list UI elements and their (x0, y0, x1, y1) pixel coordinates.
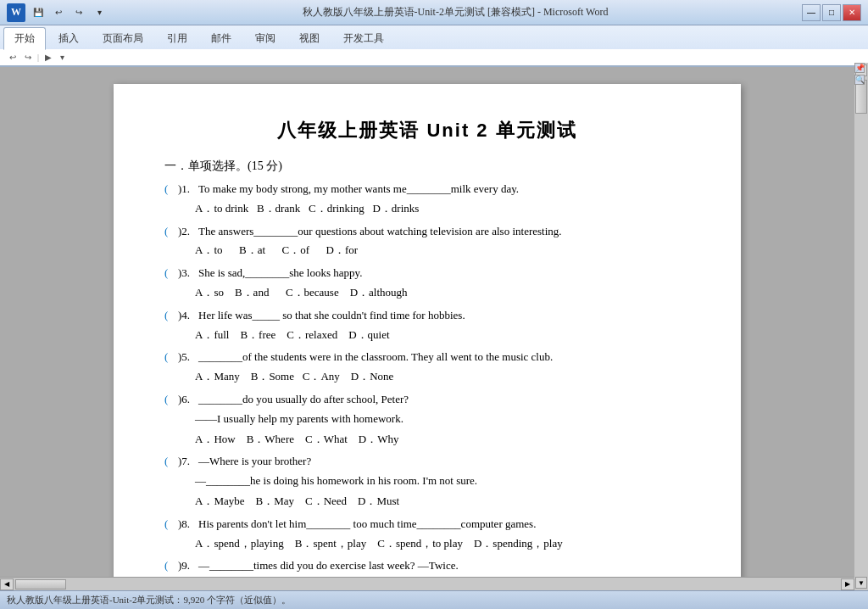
q9-paren: ( (164, 557, 176, 575)
q5-num: )5. (178, 349, 198, 366)
q8-options: A．spend，playing B．spent，play C．spend，to … (164, 535, 690, 553)
q8-paren: ( (164, 516, 176, 534)
q1-text: To make my body strong, my mother wants … (198, 181, 690, 198)
ribbon: 开始 插入 页面布局 引用 邮件 审阅 视图 开发工具 ↩ ↪ | ▶ ▾ (0, 25, 868, 67)
toolbar-btn-2[interactable]: ↪ (22, 52, 34, 63)
question-3: ( )3. She is sad,________she looks happy… (164, 265, 690, 302)
side-icons: 📌 🔍 (854, 63, 868, 87)
vertical-scrollbar[interactable]: ▲ ▼ (854, 63, 868, 590)
titlebar: W 💾 ↩ ↪ ▾ 秋人教版八年级上册英语-Unit-2单元测试 [兼容模式] … (0, 0, 868, 25)
save-button[interactable]: 💾 (29, 5, 47, 20)
question-1: ( )1. To make my body strong, my mother … (164, 181, 690, 218)
question-4: ( )4. Her life was_____ so that she coul… (164, 307, 690, 344)
q6-num: )6. (178, 391, 198, 409)
q3-num: )3. (178, 265, 198, 282)
q9-line: ( )9. —________times did you do exercise… (164, 557, 690, 575)
q7-line: ( )7. —Where is your brother? (164, 453, 690, 471)
q7-num: )7. (178, 453, 198, 471)
toolbar-btn-3[interactable]: ▶ (42, 52, 54, 63)
status-bar: 秋人教版八年级上册英语-Unit-2单元测试：9,920 个字符（近似值）。 (0, 590, 868, 609)
q8-line: ( )8. His parents don't let him________ … (164, 516, 690, 534)
tab-references[interactable]: 引用 (156, 27, 198, 49)
q3-options: A．so B．and C．because D．although (164, 284, 690, 302)
q2-paren: ( (164, 223, 176, 241)
q6-sub: ——I usually help my parents with homewor… (164, 411, 690, 428)
ribbon-toolbar: ↩ ↪ | ▶ ▾ (0, 49, 868, 66)
q9-num: )9. (178, 557, 198, 575)
scroll-h-thumb[interactable] (15, 579, 66, 589)
q4-options: A．full B．free C．relaxed D．quiet (164, 327, 690, 344)
document-title: 八年级上册英语 Unit 2 单元测试 (164, 118, 690, 143)
scroll-down-arrow[interactable]: ▼ (855, 577, 867, 589)
scroll-left-arrow[interactable]: ◀ (0, 578, 14, 590)
q2-options: A．to B．at C．of D．for (164, 242, 690, 260)
q4-num: )4. (178, 307, 198, 325)
tab-developer[interactable]: 开发工具 (332, 27, 395, 49)
q3-text: She is sad,________she looks happy. (198, 265, 690, 282)
toolbar-btn-1[interactable]: ↩ (7, 52, 19, 63)
q1-line: ( )1. To make my body strong, my mother … (164, 181, 690, 198)
q2-text: The answers________our questions about w… (198, 223, 690, 241)
tab-mailings[interactable]: 邮件 (200, 27, 242, 49)
tab-view[interactable]: 视图 (288, 27, 331, 49)
question-2: ( )2. The answers________our questions a… (164, 223, 690, 260)
document-page: 八年级上册英语 Unit 2 单元测试 一．单项选择。(15 分) ( )1. … (114, 84, 741, 578)
q7-text: —Where is your brother? (198, 453, 690, 471)
q2-num: )2. (178, 223, 198, 241)
question-8: ( )8. His parents don't let him________ … (164, 516, 690, 553)
customize-button[interactable]: ▾ (90, 5, 108, 20)
q5-paren: ( (164, 349, 176, 366)
word-logo: W (7, 3, 25, 22)
redo-button[interactable]: ↪ (70, 5, 88, 20)
main-area: 八年级上册英语 Unit 2 单元测试 一．单项选择。(15 分) ( )1. … (0, 67, 868, 578)
question-5: ( )5. ________of the students were in th… (164, 349, 690, 386)
undo-button[interactable]: ↩ (49, 5, 68, 20)
question-6: ( )6. ________do you usually do after sc… (164, 391, 690, 448)
side-icon-2[interactable]: 🔍 (854, 75, 865, 85)
tab-insert[interactable]: 插入 (47, 27, 90, 49)
status-text: 秋人教版八年级上册英语-Unit-2单元测试：9,920 个字符（近似值）。 (7, 594, 291, 606)
q5-options: A．Many B．Some C．Any D．None (164, 368, 690, 386)
tab-review[interactable]: 审阅 (244, 27, 287, 49)
window-controls: — □ ✕ (802, 4, 861, 21)
titlebar-left: W 💾 ↩ ↪ ▾ (7, 3, 108, 22)
q6-options: A．How B．Where C．What D．Why (164, 431, 690, 449)
q5-text: ________of the students were in the clas… (198, 349, 690, 366)
q2-line: ( )2. The answers________our questions a… (164, 223, 690, 241)
maximize-button[interactable]: □ (822, 4, 841, 21)
minimize-button[interactable]: — (802, 4, 821, 21)
q6-paren: ( (164, 391, 176, 409)
q6-line: ( )6. ________do you usually do after sc… (164, 391, 690, 409)
question-9: ( )9. —________times did you do exercise… (164, 557, 690, 578)
q4-paren: ( (164, 307, 176, 325)
document-container: 八年级上册英语 Unit 2 单元测试 一．单项选择。(15 分) ( )1. … (0, 67, 854, 578)
window-title: 秋人教版八年级上册英语-Unit-2单元测试 [兼容模式] - Microsof… (108, 5, 802, 20)
q3-paren: ( (164, 265, 176, 282)
scroll-track (855, 78, 867, 575)
quick-access-toolbar: 💾 ↩ ↪ ▾ (29, 5, 108, 20)
q8-num: )8. (178, 516, 198, 534)
q4-text: Her life was_____ so that she couldn't f… (198, 307, 690, 325)
close-button[interactable]: ✕ (843, 4, 861, 21)
tab-home[interactable]: 开始 (3, 27, 46, 50)
side-icon-1[interactable]: 📌 (854, 63, 865, 73)
question-7: ( )7. —Where is your brother? —________h… (164, 453, 690, 510)
q4-line: ( )4. Her life was_____ so that she coul… (164, 307, 690, 325)
q9-text: —________times did you do exercise last … (198, 557, 690, 575)
toolbar-btn-4[interactable]: ▾ (58, 52, 67, 63)
q7-sub: —________he is doing his homework in his… (164, 472, 690, 490)
toolbar-separator: | (37, 53, 39, 62)
horizontal-scrollbar[interactable]: ◀ ▶ (0, 577, 854, 590)
q1-options: A．to drink B．drank C．drinking D．drinks (164, 200, 690, 218)
tab-page-layout[interactable]: 页面布局 (92, 27, 154, 49)
scroll-right-arrow[interactable]: ▶ (841, 578, 854, 590)
q1-num: )1. (178, 181, 198, 198)
q5-line: ( )5. ________of the students were in th… (164, 349, 690, 366)
q6-text: ________do you usually do after school, … (198, 391, 690, 409)
q7-options: A．Maybe B．May C．Need D．Must (164, 493, 690, 511)
q8-text: His parents don't let him________ too mu… (198, 516, 690, 534)
q1-paren: ( (164, 181, 176, 198)
q3-line: ( )3. She is sad,________she looks happy… (164, 265, 690, 282)
q7-paren: ( (164, 453, 176, 471)
ribbon-tab-row: 开始 插入 页面布局 引用 邮件 审阅 视图 开发工具 (0, 25, 868, 49)
